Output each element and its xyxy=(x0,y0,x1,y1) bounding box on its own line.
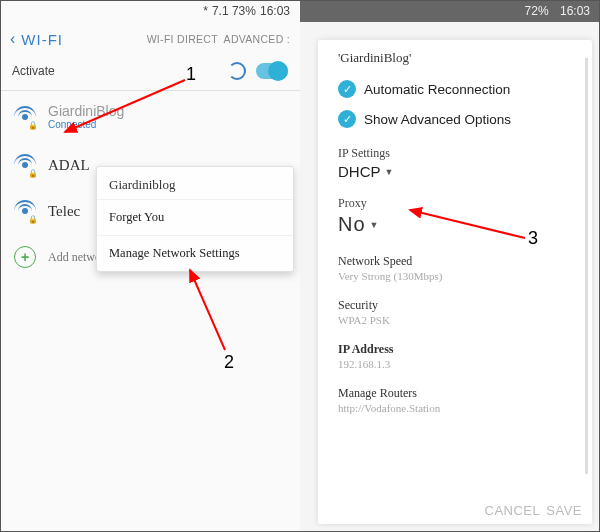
svg-line-1 xyxy=(65,80,185,132)
svg-line-3 xyxy=(410,210,525,238)
annotation-2: 2 xyxy=(224,352,234,373)
annotation-overlay xyxy=(0,0,600,532)
annotation-3: 3 xyxy=(528,228,538,249)
annotation-1: 1 xyxy=(186,64,196,85)
svg-line-2 xyxy=(190,270,225,350)
